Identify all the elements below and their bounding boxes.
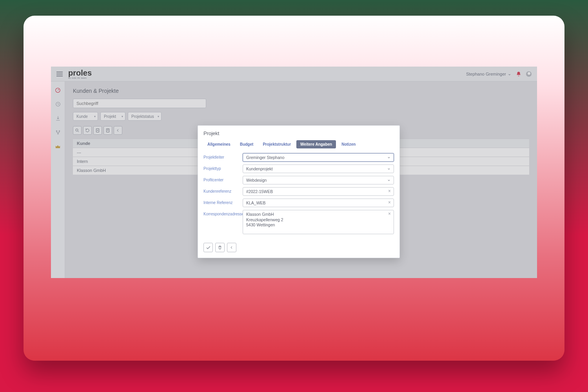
menu-icon[interactable] xyxy=(56,72,63,76)
sidebar-dashboard-icon[interactable] xyxy=(55,87,61,93)
back-button[interactable] xyxy=(227,243,236,252)
label-profitcenter: Profitcenter xyxy=(203,176,243,182)
input-kundenreferenz[interactable] xyxy=(243,187,394,196)
label-kundenreferenz: Kundenreferenz xyxy=(203,187,243,193)
delete-button[interactable] xyxy=(215,243,225,252)
chevron-down-icon: ⌄ xyxy=(508,71,511,76)
filter-projekt[interactable]: Projekt xyxy=(100,112,125,121)
tab-projektstruktur[interactable]: Projektstruktur xyxy=(259,140,295,148)
svg-point-3 xyxy=(59,130,60,131)
filter-status[interactable]: Projektstatus xyxy=(128,112,162,121)
select-projekttyp[interactable]: Kundenprojekt xyxy=(243,164,394,173)
select-projektleiter[interactable]: Greminger Stephano xyxy=(243,153,394,162)
select-profitcenter[interactable]: Webdesign xyxy=(243,176,394,184)
logo: proles so tickt ihr team xyxy=(68,69,92,79)
search-button[interactable] xyxy=(73,126,82,135)
textarea-adresse[interactable]: Klasson GmbH Kreuzkapellenweg 2 5430 Wet… xyxy=(243,210,394,234)
save-button[interactable] xyxy=(203,243,213,252)
modal-title: Projekt xyxy=(203,130,394,136)
input-interneref[interactable] xyxy=(243,199,394,207)
user-menu[interactable]: Stephano Greminger ⌄ xyxy=(466,71,511,76)
svg-point-4 xyxy=(57,133,58,134)
topbar: proles so tickt ihr team Stephano Gremin… xyxy=(51,67,537,81)
label-projektleiter: Projektleiter xyxy=(203,153,243,159)
export-2-button[interactable] xyxy=(103,126,112,135)
tab-allgemeines[interactable]: Allgemeines xyxy=(203,140,234,148)
tab-weitere-angaben[interactable]: Weitere Angaben xyxy=(296,140,336,148)
sidebar-clock-icon[interactable] xyxy=(55,101,61,107)
avatar-icon[interactable] xyxy=(526,71,532,77)
tab-notizen[interactable]: Notizen xyxy=(338,140,359,148)
sidebar-crown-icon[interactable] xyxy=(55,143,61,150)
back-button[interactable] xyxy=(114,126,122,135)
svg-point-2 xyxy=(56,130,57,131)
label-adresse: Korrespondenzadresse xyxy=(203,210,243,216)
reset-button[interactable] xyxy=(83,126,92,135)
filter-kunde[interactable]: Kunde xyxy=(73,112,98,121)
export-1-button[interactable] xyxy=(93,126,102,135)
modal-tabs: Allgemeines Budget Projektstruktur Weite… xyxy=(203,140,394,148)
label-interneref: Interne Referenz xyxy=(203,199,243,205)
svg-point-5 xyxy=(76,129,78,131)
tab-budget[interactable]: Budget xyxy=(236,140,257,148)
bell-icon[interactable] xyxy=(516,71,521,77)
projekt-modal: Projekt Allgemeines Budget Projektstrukt… xyxy=(198,125,400,258)
search-input[interactable] xyxy=(73,99,206,108)
sidebar-download-icon[interactable] xyxy=(55,115,61,121)
label-projekttyp: Projekttyp xyxy=(203,164,243,171)
sidebar-nodes-icon[interactable] xyxy=(55,129,61,135)
app-window: proles so tickt ihr team Stephano Gremin… xyxy=(51,67,537,278)
page-title: Kunden & Projekte xyxy=(73,88,529,94)
sidebar xyxy=(51,81,65,278)
